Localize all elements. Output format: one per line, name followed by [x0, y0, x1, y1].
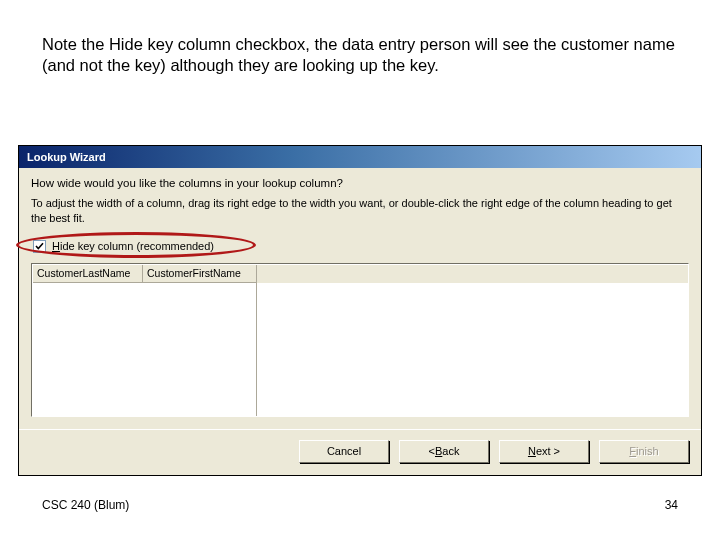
hide-key-column-checkbox[interactable] [33, 240, 46, 253]
cancel-button[interactable]: Cancel [299, 440, 389, 463]
grid-header: CustomerLastName CustomerFirstName [33, 265, 688, 283]
hide-key-column-row: Hide key column (recommended) [31, 240, 689, 253]
slide-footer-left: CSC 240 (Blum) [42, 498, 129, 512]
grid-rows [33, 283, 257, 417]
dialog-button-row: Cancel < Back Next > Finish [19, 429, 701, 475]
finish-button: Finish [599, 440, 689, 463]
back-button[interactable]: < Back [399, 440, 489, 463]
next-button[interactable]: Next > [499, 440, 589, 463]
lookup-wizard-dialog: Lookup Wizard How wide would you like th… [18, 145, 702, 476]
checkmark-icon [35, 242, 44, 251]
dialog-title: Lookup Wizard [27, 151, 106, 163]
column-header-1[interactable]: CustomerLastName [33, 265, 143, 283]
slide-caption: Note the Hide key column checkbox, the d… [42, 34, 680, 77]
slide-number: 34 [665, 498, 678, 512]
dialog-instructions: To adjust the width of a column, drag it… [31, 196, 689, 226]
dialog-prompt: How wide would you like the columns in y… [31, 177, 689, 189]
column-width-grid[interactable]: CustomerLastName CustomerFirstName [31, 263, 689, 417]
dialog-titlebar: Lookup Wizard [19, 146, 701, 168]
dialog-body: How wide would you like the columns in y… [19, 168, 701, 429]
column-header-2[interactable]: CustomerFirstName [143, 265, 257, 283]
hide-key-column-label[interactable]: Hide key column (recommended) [52, 240, 214, 252]
